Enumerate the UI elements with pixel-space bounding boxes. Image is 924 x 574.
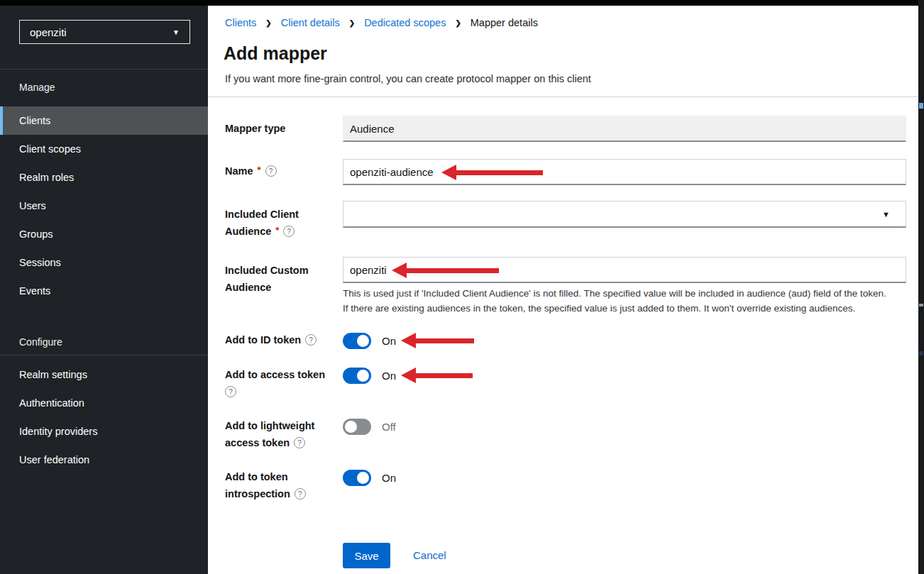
- cancel-button[interactable]: Cancel: [413, 549, 446, 561]
- scrollbar-mark: [919, 304, 923, 307]
- red-arrow-left-icon: [401, 333, 474, 348]
- included-client-audience-label-line2: Audience * ?: [225, 226, 295, 237]
- caret-down-icon: ▼: [172, 28, 180, 36]
- add-to-introspection-state: On: [382, 472, 396, 484]
- sidebar: openziti ▼ Manage Clients Client scopes …: [0, 6, 208, 574]
- sidebar-item-client-scopes[interactable]: Client scopes: [0, 135, 208, 163]
- sidebar-item-realm-roles[interactable]: Realm roles: [0, 163, 208, 192]
- sidebar-item-users[interactable]: Users: [0, 192, 208, 220]
- question-circle-icon[interactable]: ?: [295, 488, 306, 500]
- question-circle-icon[interactable]: ?: [294, 437, 305, 448]
- add-mapper-form: Mapper type Name * ? Included Client Aud…: [208, 97, 918, 574]
- caret-down-icon: ▼: [882, 210, 890, 219]
- sidebar-divider: [0, 355, 208, 355]
- nav-list-configure: Realm settings Authentication Identity p…: [0, 360, 208, 474]
- chevron-right-icon: ❯: [349, 19, 355, 27]
- page-title: Add mapper: [224, 43, 327, 64]
- add-to-lightweight-label-line2: access token ?: [225, 437, 305, 448]
- sidebar-item-user-federation[interactable]: User federation: [0, 446, 208, 474]
- breadcrumb-link-dedicated-scopes[interactable]: Dedicated scopes: [364, 17, 446, 28]
- add-to-lightweight-state: Off: [382, 421, 396, 433]
- scrollbar-mark: [919, 103, 923, 109]
- included-client-audience-label-line1: Included Client: [225, 209, 299, 220]
- realm-selector-value: openziti: [30, 26, 67, 38]
- question-circle-icon[interactable]: ?: [283, 226, 295, 237]
- question-circle-icon[interactable]: ?: [305, 334, 317, 346]
- nav-list-manage: Clients Client scopes Realm roles Users …: [0, 106, 208, 305]
- included-custom-audience-input[interactable]: [343, 257, 906, 283]
- question-circle-icon[interactable]: ?: [265, 165, 277, 177]
- chevron-right-icon: ❯: [455, 19, 461, 27]
- breadcrumb-current: Mapper details: [471, 17, 538, 28]
- sidebar-item-authentication[interactable]: Authentication: [0, 389, 208, 417]
- included-custom-audience-label-line1: Included Custom: [225, 265, 309, 276]
- sidebar-item-events[interactable]: Events: [0, 277, 208, 305]
- nav-section-title-configure: Configure: [19, 336, 62, 348]
- included-client-audience-select[interactable]: ▼: [343, 201, 906, 228]
- add-to-introspection-label-line1: Add to token: [225, 471, 288, 482]
- add-to-access-token-help: ?: [225, 386, 236, 397]
- required-asterisk: *: [275, 225, 279, 236]
- included-custom-audience-helper: This is used just if 'Included Client Au…: [343, 286, 918, 316]
- add-to-access-token-state: On: [382, 370, 396, 382]
- included-custom-audience-label-line2: Audience: [225, 282, 271, 293]
- add-to-id-token-toggle[interactable]: [343, 333, 371, 349]
- add-to-access-token-toggle[interactable]: [343, 368, 371, 384]
- breadcrumb: Clients ❯ Client details ❯ Dedicated sco…: [225, 17, 538, 28]
- sidebar-item-identity-providers[interactable]: Identity providers: [0, 417, 208, 446]
- mapper-type-label: Mapper type: [225, 123, 285, 134]
- breadcrumb-link-clients[interactable]: Clients: [225, 17, 256, 28]
- add-to-id-token-state: On: [382, 335, 396, 347]
- save-button[interactable]: Save: [343, 543, 390, 568]
- red-arrow-left-icon: [401, 368, 473, 383]
- mapper-type-input: [343, 116, 906, 142]
- page-subtitle: If you want more fine-grain control, you…: [225, 73, 591, 84]
- scrollbar[interactable]: [918, 0, 924, 574]
- add-to-introspection-toggle[interactable]: [343, 470, 371, 486]
- add-to-access-token-label: Add to access token: [225, 369, 325, 380]
- add-to-id-token-label: Add to ID token ?: [225, 334, 317, 346]
- nav-section-title-manage: Manage: [19, 82, 55, 93]
- name-input[interactable]: [343, 159, 906, 185]
- add-to-introspection-label-line2: introspection ?: [225, 488, 306, 500]
- sidebar-item-sessions[interactable]: Sessions: [0, 248, 208, 277]
- sidebar-item-realm-settings[interactable]: Realm settings: [0, 360, 208, 389]
- add-to-lightweight-label-line1: Add to lightweight: [225, 420, 314, 431]
- scrollbar-mark: [919, 351, 923, 355]
- question-circle-icon[interactable]: ?: [225, 386, 236, 397]
- realm-selector[interactable]: openziti ▼: [19, 20, 190, 44]
- add-to-lightweight-toggle[interactable]: [343, 419, 371, 435]
- chevron-right-icon: ❯: [265, 19, 271, 27]
- sidebar-item-groups[interactable]: Groups: [0, 220, 208, 248]
- masthead-bar: [0, 0, 924, 6]
- breadcrumb-link-client-details[interactable]: Client details: [281, 17, 340, 28]
- required-asterisk: *: [258, 165, 261, 175]
- name-label: Name * ?: [225, 165, 277, 177]
- page-header: Clients ❯ Client details ❯ Dedicated sco…: [208, 6, 918, 97]
- sidebar-divider: [0, 69, 208, 70]
- sidebar-item-clients[interactable]: Clients: [0, 106, 208, 135]
